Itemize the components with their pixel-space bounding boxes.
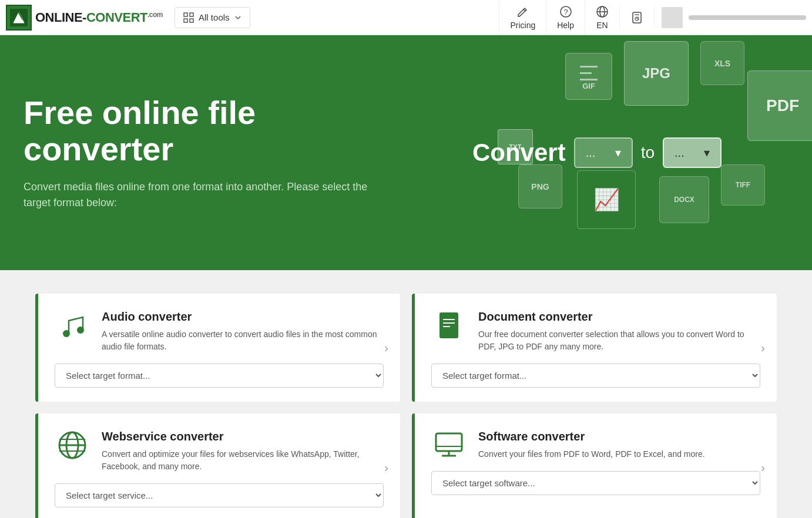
hero-text: Free online file converter Convert media… xyxy=(24,95,405,210)
pencil-icon xyxy=(516,5,529,18)
webservice-globe-icon xyxy=(55,430,90,460)
nav-help[interactable]: ? Help xyxy=(546,1,585,35)
nav-language[interactable]: EN xyxy=(585,1,619,35)
docx-icon: DOCX xyxy=(659,176,709,223)
webservice-card-desc: Convert and optimize your files for webs… xyxy=(102,448,384,473)
tiff-icon: TIFF xyxy=(721,164,765,206)
software-converter-card[interactable]: Software converter Convert your files fr… xyxy=(412,413,777,518)
document-card-body: Document converter Our free document con… xyxy=(478,310,760,353)
svg-rect-29 xyxy=(436,433,462,451)
language-label: EN xyxy=(596,21,608,30)
document-card-desc: Our free document converter selection th… xyxy=(478,328,760,353)
software-card-desc: Convert your files from PDF to Word, PDF… xyxy=(478,448,760,460)
audio-card-top: Audio converter A versatile online audio… xyxy=(55,310,384,353)
hero-convert-widget: ▬▬▬▬▬▬▬▬ GIF JPG XLS PDF PNG 📈 DOCX TIFF… xyxy=(405,137,788,168)
chevron-down-icon xyxy=(234,14,241,21)
nav-pricing[interactable]: Pricing xyxy=(499,1,546,35)
svg-rect-3 xyxy=(184,13,187,16)
chart-icon: 📈 xyxy=(577,170,636,229)
pricing-label: Pricing xyxy=(510,21,535,30)
audio-card-title: Audio converter xyxy=(102,310,384,324)
history-icon xyxy=(630,11,643,24)
dropdown-chevron-2: ▾ xyxy=(704,146,710,160)
document-converter-card[interactable]: Document converter Our free document con… xyxy=(412,294,777,402)
logo-text: ONLINE-CONVERT.com xyxy=(35,10,163,25)
svg-point-19 xyxy=(77,327,84,334)
hero-subtitle: Convert media files online from one form… xyxy=(24,179,376,211)
svg-rect-6 xyxy=(190,19,193,22)
document-icon xyxy=(431,310,467,341)
search-area xyxy=(654,7,806,28)
software-card-title: Software converter xyxy=(478,430,760,443)
pdf-icon: PDF xyxy=(747,70,812,141)
document-card-arrow: › xyxy=(761,341,765,355)
grid-icon xyxy=(183,12,194,23)
svg-text:?: ? xyxy=(563,8,568,16)
avatar xyxy=(662,7,683,28)
help-icon: ? xyxy=(559,5,572,18)
search-bar xyxy=(689,15,806,20)
svg-rect-20 xyxy=(439,312,458,338)
webservice-card-title: Webservice converter xyxy=(102,430,384,443)
audio-converter-card[interactable]: Audio converter A versatile online audio… xyxy=(35,294,400,402)
convert-widget: Convert ... ▾ to ... ▾ xyxy=(472,137,722,168)
site-header: ONLINE-CONVERT.com All tools Pricing xyxy=(0,0,812,35)
audio-card-arrow: › xyxy=(384,341,388,355)
software-select[interactable]: Select target software... xyxy=(431,471,760,495)
hero-section: Free online file converter Convert media… xyxy=(0,35,812,270)
webservice-card-body: Webservice converter Convert and optimiz… xyxy=(102,430,384,473)
svg-rect-5 xyxy=(184,19,187,22)
all-tools-button[interactable]: All tools xyxy=(175,7,250,28)
software-card-arrow: › xyxy=(761,461,765,475)
document-card-top: Document converter Our free document con… xyxy=(431,310,760,353)
converter-grid: Audio converter A versatile online audio… xyxy=(35,294,777,518)
jpg-icon: JPG xyxy=(624,41,689,106)
convert-label: Convert xyxy=(472,139,566,167)
document-card-title: Document converter xyxy=(478,310,760,324)
webservice-card-top: Webservice converter Convert and optimiz… xyxy=(55,430,384,473)
main-content: Audio converter A versatile online audio… xyxy=(0,270,812,518)
nav-history[interactable] xyxy=(619,6,654,29)
software-card-body: Software converter Convert your files fr… xyxy=(478,430,760,460)
png-icon: PNG xyxy=(518,164,562,208)
webservice-card-arrow: › xyxy=(384,461,388,475)
svg-line-7 xyxy=(524,9,525,11)
logo-link[interactable]: ONLINE-CONVERT.com xyxy=(6,5,163,31)
software-card-top: Software converter Convert your files fr… xyxy=(431,430,760,460)
audio-card-body: Audio converter A versatile online audio… xyxy=(102,310,384,353)
monitor-icon xyxy=(431,430,467,460)
help-label: Help xyxy=(557,21,574,30)
webservice-converter-card[interactable]: Webservice converter Convert and optimiz… xyxy=(35,413,400,518)
music-icon xyxy=(55,310,90,341)
to-label: to xyxy=(641,143,655,162)
hero-title: Free online file converter xyxy=(24,95,405,167)
svg-rect-4 xyxy=(190,13,193,16)
xls-icon: XLS xyxy=(700,41,744,85)
audio-card-desc: A versatile online audio converter to co… xyxy=(102,328,384,353)
convert-from-dropdown[interactable]: ... ▾ xyxy=(574,137,633,168)
svg-point-18 xyxy=(63,330,70,337)
dropdown-chevron: ▾ xyxy=(615,146,621,160)
document-format-select[interactable]: Select target format... xyxy=(431,364,760,388)
logo-icon xyxy=(6,5,32,31)
convert-to-dropdown[interactable]: ... ▾ xyxy=(663,137,722,168)
main-nav: Pricing ? Help EN xyxy=(499,1,654,35)
audio-format-select[interactable]: Select target format... xyxy=(55,364,384,388)
globe-icon xyxy=(596,5,609,18)
gif-icon: ▬▬▬▬▬▬▬▬ GIF xyxy=(565,53,612,100)
all-tools-label: All tools xyxy=(199,12,230,22)
webservice-select[interactable]: Select target service... xyxy=(55,483,384,507)
